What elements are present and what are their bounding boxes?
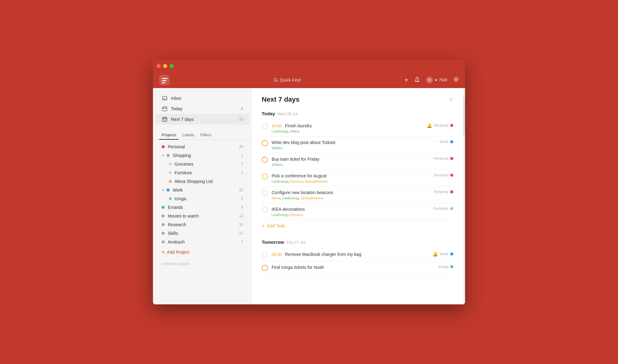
task-tags: LowEnergy, Decision, SpecialInterest: [272, 180, 434, 183]
project-item-errands[interactable]: Errands 4: [155, 203, 249, 212]
notifications-button[interactable]: [414, 77, 420, 83]
task-item: 18:00 Finish laundry LowEnergy, 5Mins 🔔 …: [262, 120, 453, 137]
header-actions: + Y ★ 7548: [404, 77, 459, 84]
task-tag: LowEnergy: [272, 180, 288, 183]
task-project-dot: [450, 207, 453, 210]
tab-filters[interactable]: Filters: [198, 131, 214, 140]
add-button[interactable]: +: [404, 77, 408, 84]
project-item-ansbach[interactable]: Ansbach 7: [155, 238, 249, 246]
task-project: Furniture: [434, 206, 448, 211]
task-content: 18:00 Finish laundry LowEnergy, 5Mins: [272, 123, 427, 133]
inbox-label: Inbox: [171, 96, 181, 101]
maximize-button[interactable]: [170, 64, 174, 68]
project-count-icinga: 2: [241, 197, 243, 201]
task-tag: Decision: [290, 180, 303, 183]
project-item-furniture[interactable]: Furniture 1: [155, 168, 249, 177]
scrollbar-track[interactable]: [463, 88, 465, 304]
today-count: 6: [241, 107, 243, 111]
project-color-shopping: [167, 154, 170, 157]
project-count-movies: 13: [239, 214, 243, 218]
project-color-movies: [162, 214, 165, 218]
karma-display[interactable]: Y ★ 7548: [426, 77, 447, 83]
project-item-groceries[interactable]: Groceries 7: [155, 160, 249, 168]
project-item-alexa[interactable]: Alexa Shopping List: [155, 177, 249, 186]
task-meta: Work: [440, 140, 453, 144]
next7-label: Next 7 days: [171, 117, 194, 122]
task-tags: 15Mins: [272, 163, 434, 167]
add-project-label: Add Project: [167, 250, 189, 255]
task-tags: Alexa, LowEnergy, SpecialInterest: [272, 196, 434, 200]
task-checkbox[interactable]: [262, 157, 268, 163]
project-name-research: Research: [168, 222, 239, 227]
svg-point-6: [417, 82, 417, 82]
project-count-skills: 11: [239, 231, 243, 235]
task-checkbox[interactable]: [262, 207, 268, 213]
svg-rect-9: [163, 107, 167, 111]
tab-labels[interactable]: Labels: [180, 131, 197, 140]
projects-tabs: Projects Labels Filters: [153, 127, 252, 140]
task-checkbox[interactable]: [262, 123, 268, 129]
project-item-skills[interactable]: Skills 11: [155, 229, 249, 238]
task-title: Find Icinga tickets for Noah: [272, 265, 324, 270]
page-settings-button[interactable]: ✳: [449, 96, 453, 103]
project-color-skills: [162, 232, 165, 235]
sidebar-item-today[interactable]: Today 6: [155, 104, 249, 114]
project-item-research[interactable]: Research 10: [155, 220, 249, 229]
task-title: Buy train ticket for Friday: [272, 157, 320, 162]
task-meta: Icinga: [438, 265, 453, 269]
project-color-work: [167, 188, 170, 192]
task-title: Pick a conference for August: [272, 173, 327, 178]
tab-projects[interactable]: Projects: [159, 131, 179, 140]
settings-button[interactable]: [453, 77, 459, 84]
alarm-icon: 🔔: [427, 123, 432, 128]
sidebar-item-inbox[interactable]: Inbox: [155, 93, 249, 104]
project-count-furniture: 1: [241, 171, 243, 175]
search-bar[interactable]: Quick Find: [170, 78, 404, 83]
project-item-work[interactable]: ▼ Work 12: [155, 186, 249, 194]
task-checkbox[interactable]: [262, 190, 268, 196]
task-checkbox[interactable]: [262, 265, 268, 271]
task-time: 18:00: [272, 124, 282, 128]
search-icon: [274, 78, 278, 82]
task-checkbox[interactable]: [262, 140, 268, 146]
add-project-button[interactable]: + Add Project: [155, 248, 249, 257]
task-content: Write dev blog post about Todoist 30Mins: [272, 140, 440, 150]
project-name-errands: Errands: [168, 205, 241, 210]
project-item-movies[interactable]: Movies to watch 13: [155, 212, 249, 220]
task-tags: LowEnergy, Decision: [272, 213, 434, 217]
next7-count: 23: [239, 117, 243, 121]
task-tag: Decision: [290, 213, 303, 217]
close-button[interactable]: [157, 64, 161, 68]
task-checkbox[interactable]: [262, 252, 268, 258]
task-tag: 5Mins: [290, 129, 299, 133]
add-task-button[interactable]: + Add Task: [262, 220, 453, 232]
app-logo: [159, 75, 170, 85]
project-item-shopping[interactable]: ▼ Shopping 1: [155, 151, 249, 160]
task-meta: 🔔 Work: [433, 252, 453, 256]
task-checkbox[interactable]: [262, 173, 268, 180]
project-item-icinga[interactable]: Icinga 2: [155, 194, 249, 203]
project-color-personal: [162, 145, 165, 148]
main-content: Next 7 days ✳ Today Wed 26 Jul 18:00 Fin…: [252, 88, 463, 304]
sidebar-item-next7[interactable]: +7 Next 7 days 23: [155, 114, 249, 125]
project-count-shopping: 1: [241, 153, 243, 158]
task-project: Personal: [434, 190, 448, 194]
task-project: Work: [440, 140, 448, 144]
page-title: Next 7 days: [262, 95, 449, 104]
task-content: IKEA decorations LowEnergy, Decision: [272, 206, 434, 217]
project-name-shopping: Shopping: [173, 153, 241, 158]
alarm-icon: 🔔: [433, 252, 438, 256]
project-name-alexa: Alexa Shopping List: [175, 179, 243, 184]
today-day-name: Today: [262, 111, 275, 116]
chevron-shopping-icon: ▼: [162, 154, 165, 157]
task-project: Personal: [434, 123, 448, 128]
task-meta: Personal: [434, 190, 453, 194]
inbox-icon: [162, 95, 168, 101]
archived-projects-link[interactable]: Archived projects: [153, 258, 252, 270]
minimize-button[interactable]: [163, 64, 167, 68]
task-project-dot: [450, 252, 453, 256]
project-item-personal[interactable]: Personal 26: [155, 142, 249, 151]
scrollbar-thumb[interactable]: [463, 97, 465, 134]
add-task-icon: +: [262, 223, 265, 229]
task-tag: LowEnergy: [272, 213, 288, 217]
